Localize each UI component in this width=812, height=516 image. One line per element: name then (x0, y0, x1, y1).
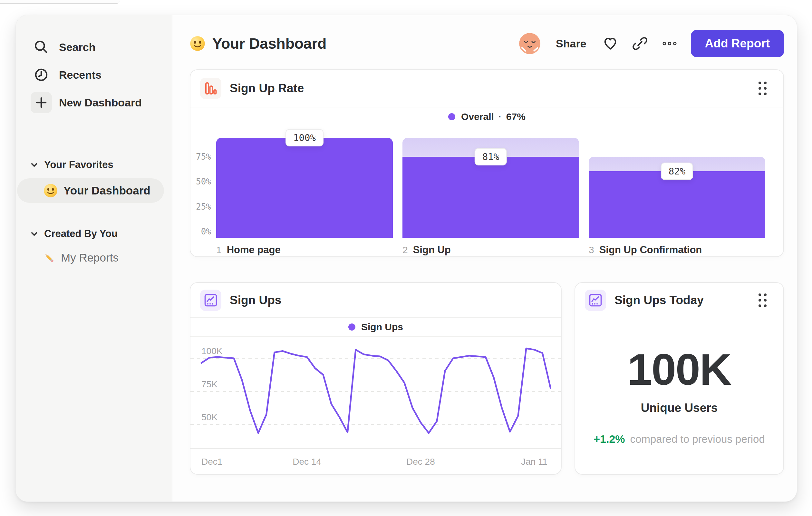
delta-badge: +1.2% (593, 433, 625, 445)
chevron-down-icon (29, 160, 39, 170)
sidebar-item-recents[interactable]: Recents (16, 61, 172, 89)
funnel-value-tooltip: 100% (286, 129, 323, 146)
add-report-button[interactable]: Add Report (691, 30, 784, 57)
card-title: Sign Ups (230, 294, 281, 307)
funnel-bar[interactable] (589, 171, 765, 238)
chart-legend: Overall · 67% (191, 107, 783, 126)
sidebar-item-label: Recents (59, 69, 102, 81)
funnel-chart: 75%50%25%0% 100%1Home page81%2Sign Up82%… (191, 126, 783, 256)
delta-note: compared to previous period (630, 433, 765, 445)
funnel-y-axis: 75%50%25%0% (191, 138, 211, 238)
sidebar-item-label: Search (59, 41, 95, 54)
sidebar-item-your-dashboard[interactable]: Your Dashboard (17, 178, 164, 203)
funnel-y-tick: 25% (196, 202, 211, 212)
link-icon[interactable] (632, 36, 648, 51)
funnel-step-label: Sign Up Confirmation (599, 244, 702, 256)
clock-icon (31, 64, 52, 85)
section-your-favorites[interactable]: Your Favorites (16, 155, 172, 175)
avatar[interactable] (519, 33, 540, 54)
funnel-column: 100%1Home page (216, 138, 393, 256)
page-title: Your Dashboard (212, 35, 326, 52)
funnel-y-tick: 50% (196, 177, 211, 186)
smiley-emoji-icon (44, 184, 58, 198)
share-button[interactable]: Share (554, 37, 588, 50)
funnel-chart-icon (200, 78, 221, 99)
funnel-column: 82%3Sign Up Confirmation (589, 138, 765, 256)
signup-rate-card: Sign Up Rate Overall · 67% 75%50%25%0% 1… (190, 69, 784, 257)
main-content: Your Dashboard Share Add Report (172, 15, 797, 501)
chart-legend: Sign Ups (191, 318, 561, 337)
card-header: Sign Ups Today (575, 283, 783, 317)
more-dots-icon[interactable] (662, 36, 677, 51)
funnel-y-tick: 0% (201, 227, 211, 236)
legend-dot (448, 113, 455, 120)
page-header: Your Dashboard Share Add Report (190, 29, 784, 58)
funnel-columns: 100%1Home page81%2Sign Up82%3Sign Up Con… (216, 138, 765, 256)
legend-label: Overall (461, 111, 494, 122)
line-chart-plot[interactable]: 100K75K50K (191, 337, 561, 449)
line-x-tick: Dec1 (201, 457, 222, 467)
pencil-emoji-icon (42, 251, 56, 265)
metric-label: Unique Users (641, 401, 718, 415)
sidebar-item-label: My Reports (61, 251, 119, 264)
legend-dot (348, 323, 355, 331)
card-title: Sign Ups Today (614, 294, 704, 307)
signups-today-card: Sign Ups Today 100K Unique Users +1.2% c… (575, 282, 784, 475)
line-x-tick: Dec 14 (293, 457, 321, 467)
card-title: Sign Up Rate (230, 82, 304, 95)
legend-value: 67% (506, 111, 526, 122)
sidebar-item-new-dashboard[interactable]: New Dashboard (16, 89, 172, 116)
app-window: Search Recents New Dashboard Your Favori… (16, 15, 797, 502)
card-header: Sign Up Rate (191, 70, 783, 107)
line-chart-x-axis: Dec1Dec 14Dec 28Jan 11 (191, 449, 561, 476)
smiley-emoji-icon (190, 36, 205, 51)
line-chart-icon (585, 290, 606, 311)
plus-icon (31, 92, 52, 113)
line-chart-icon (200, 290, 221, 311)
section-title: Created By You (44, 228, 118, 240)
sidebar-item-search[interactable]: Search (16, 33, 172, 61)
funnel-value-tooltip: 81% (475, 148, 507, 165)
heart-icon[interactable] (603, 36, 618, 51)
search-icon (31, 36, 52, 58)
metric-value: 100K (627, 347, 731, 391)
signups-line-series (191, 337, 561, 448)
line-x-tick: Dec 28 (406, 457, 435, 467)
sidebar-item-label: New Dashboard (59, 97, 142, 109)
section-created-by-you[interactable]: Created By You (16, 223, 172, 244)
funnel-y-tick: 75% (196, 152, 211, 162)
funnel-bar[interactable] (216, 138, 393, 238)
drag-handle-icon[interactable] (758, 294, 766, 307)
legend-label: Sign Ups (361, 322, 403, 332)
drag-handle-icon[interactable] (758, 82, 766, 95)
funnel-step-label: Sign Up (413, 244, 451, 256)
funnel-column: 81%2Sign Up (402, 138, 579, 256)
background-window-fragment (0, 0, 120, 4)
sidebar: Search Recents New Dashboard Your Favori… (16, 15, 172, 501)
metric-body: 100K Unique Users +1.2% compared to prev… (575, 317, 783, 445)
card-header: Sign Ups (191, 283, 561, 318)
sidebar-item-my-reports[interactable]: My Reports (16, 246, 172, 269)
funnel-step-number: 3 (589, 244, 594, 255)
funnel-value-tooltip: 82% (661, 163, 693, 180)
funnel-step-number: 2 (402, 244, 408, 255)
funnel-bar[interactable] (402, 157, 579, 238)
line-x-tick: Jan 11 (521, 457, 547, 467)
chevron-down-icon (29, 229, 39, 239)
section-title: Your Favorites (44, 159, 113, 171)
funnel-step-number: 1 (216, 244, 222, 255)
signups-card: Sign Ups Sign Ups 100K75K50K Dec1Dec 14D… (190, 282, 562, 475)
sidebar-item-label: Your Dashboard (63, 184, 150, 197)
legend-separator: · (498, 111, 502, 122)
funnel-step-label: Home page (227, 244, 281, 256)
